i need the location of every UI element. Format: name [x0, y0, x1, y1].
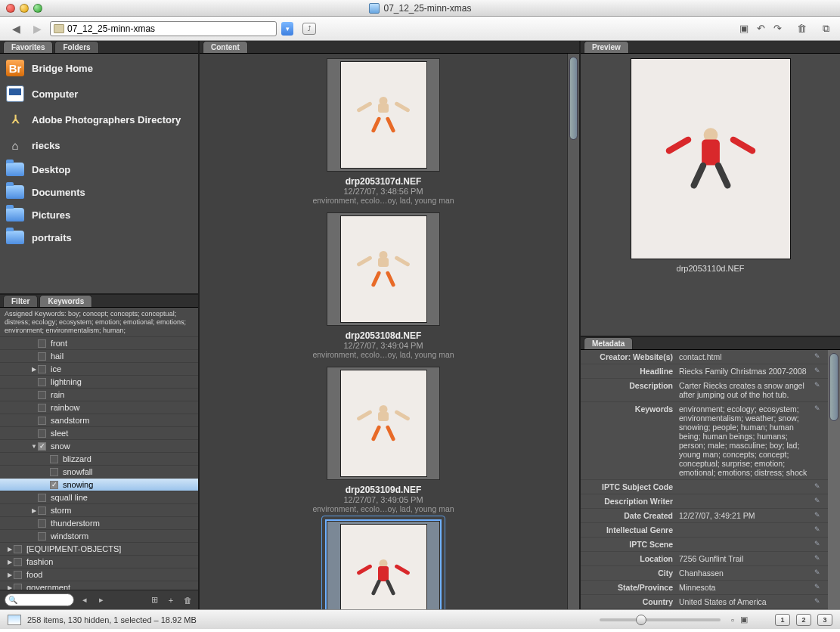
keyword-checkbox[interactable]: [38, 494, 46, 502]
disclosure-arrow-icon[interactable]: ▶: [6, 559, 14, 565]
keyword-row[interactable]: rain: [0, 388, 198, 401]
fav-pictures[interactable]: Pictures: [0, 203, 198, 226]
metadata-row[interactable]: Intellectual Genre✎: [581, 523, 828, 538]
keyword-checkbox[interactable]: ✓: [38, 442, 46, 451]
pencil-icon[interactable]: ✎: [814, 482, 825, 491]
metadata-row[interactable]: IPTC Scene✎: [581, 538, 828, 552]
preview-image[interactable]: [631, 58, 791, 259]
pencil-icon[interactable]: ✎: [814, 352, 825, 361]
keyword-checkbox[interactable]: [38, 532, 46, 541]
metadata-row[interactable]: Description Writer✎: [581, 494, 828, 509]
back-button[interactable]: ◀: [8, 22, 24, 36]
keyword-row[interactable]: lightning: [0, 375, 198, 388]
disclosure-arrow-icon[interactable]: ▶: [6, 546, 14, 553]
keyword-checkbox[interactable]: [14, 545, 22, 553]
statusbar-thumbnail-icon[interactable]: [8, 615, 21, 625]
pencil-icon[interactable]: ✎: [814, 554, 825, 563]
pencil-icon[interactable]: ✎: [814, 367, 825, 376]
next-keyword-icon[interactable]: ▸: [95, 594, 107, 606]
keyword-checkbox[interactable]: [50, 468, 58, 476]
keyword-row[interactable]: squall line: [0, 491, 198, 503]
thumbnail-cell[interactable]: drp2053109d.NEF12/27/07, 3:49:05 PMenvir…: [301, 367, 466, 513]
thumbnail-cell[interactable]: drp2053108d.NEF12/27/07, 3:49:04 PMenvir…: [301, 212, 466, 359]
keyword-row[interactable]: ▶storm: [0, 503, 198, 516]
pencil-icon[interactable]: ✎: [814, 404, 825, 477]
workspace-1-button[interactable]: 1: [775, 614, 790, 626]
rotate-ccw-icon[interactable]: ↶: [754, 23, 767, 35]
path-dropdown[interactable]: ▾: [281, 22, 293, 36]
metadata-row[interactable]: DescriptionCarter Riecks creates a snow …: [581, 379, 828, 402]
keyword-row[interactable]: ▶ice: [0, 362, 198, 375]
keyword-checkbox[interactable]: [38, 519, 46, 528]
disclosure-arrow-icon[interactable]: ▶: [6, 572, 14, 578]
keyword-checkbox[interactable]: [38, 378, 46, 386]
grid-large-icon[interactable]: ▣: [740, 615, 748, 624]
pencil-icon[interactable]: ✎: [814, 497, 825, 506]
new-keyword-icon[interactable]: +: [165, 594, 177, 606]
keyword-row[interactable]: ▶[EQUIPMENT-OBJECTS]: [0, 542, 198, 555]
keyword-checkbox[interactable]: [38, 507, 46, 515]
keyword-tree[interactable]: fronthail▶icelightningrainrainbowsandsto…: [0, 336, 198, 590]
tab-preview[interactable]: Preview: [584, 41, 629, 53]
rotate-cw-icon[interactable]: ↷: [770, 23, 784, 35]
keyword-row[interactable]: front: [0, 336, 198, 349]
keyword-row[interactable]: thunderstorm: [0, 516, 198, 529]
compact-mode-icon[interactable]: ⧉: [819, 23, 832, 35]
metadata-row[interactable]: State/ProvinceMinnesota✎: [581, 581, 828, 595]
metadata-row[interactable]: CityChanhassen✎: [581, 566, 828, 581]
keyword-row[interactable]: ▶fashion: [0, 555, 198, 568]
trash-icon[interactable]: 🗑: [795, 23, 808, 35]
keyword-checkbox[interactable]: [38, 339, 46, 348]
tab-metadata[interactable]: Metadata: [584, 337, 633, 349]
keyword-row[interactable]: blizzard: [0, 452, 198, 465]
pencil-icon[interactable]: ✎: [814, 568, 825, 578]
close-button[interactable]: [6, 4, 15, 13]
keyword-checkbox[interactable]: ✓: [50, 481, 58, 489]
keyword-row[interactable]: sleet: [0, 426, 198, 439]
fav-portraits[interactable]: portraits: [0, 226, 198, 249]
keyword-checkbox[interactable]: [38, 404, 46, 412]
fav-bridge-home[interactable]: BrBridge Home: [0, 55, 198, 81]
fav-adobe-photo-dir[interactable]: ⅄Adobe Photographers Directory: [0, 107, 198, 132]
metadata-row[interactable]: CountryUnited States of America✎: [581, 595, 828, 609]
keyword-row[interactable]: windstorm: [0, 529, 198, 542]
keyword-checkbox[interactable]: [38, 352, 46, 361]
keyword-checkbox[interactable]: [14, 571, 22, 579]
metadata-scrollbar[interactable]: [828, 350, 840, 610]
metadata-row[interactable]: Keywordsenvironment; ecology; ecosystem;…: [581, 402, 828, 480]
keyword-row[interactable]: snowfall: [0, 465, 198, 478]
fav-riecks[interactable]: ⌂riecks: [0, 132, 198, 158]
keyword-checkbox[interactable]: [14, 584, 22, 590]
tab-favorites[interactable]: Favorites: [3, 41, 53, 53]
tab-keywords[interactable]: Keywords: [39, 295, 92, 307]
go-up-button[interactable]: ⤴: [302, 23, 316, 35]
tab-folders[interactable]: Folders: [54, 41, 98, 53]
keyword-row[interactable]: ▼✓snow: [0, 439, 198, 452]
pencil-icon[interactable]: ✎: [814, 381, 825, 399]
fav-documents[interactable]: Documents: [0, 181, 198, 203]
content-scrollbar[interactable]: [567, 54, 579, 609]
keyword-checkbox[interactable]: [38, 429, 46, 438]
disclosure-arrow-icon[interactable]: ▶: [30, 507, 38, 514]
disclosure-arrow-icon[interactable]: ▼: [30, 443, 38, 450]
keyword-row[interactable]: sandstorm: [0, 414, 198, 426]
workspace-2-button[interactable]: 2: [796, 614, 811, 626]
metadata-row[interactable]: IPTC Subject Code✎: [581, 480, 828, 494]
keyword-row[interactable]: hail: [0, 349, 198, 362]
keyword-checkbox[interactable]: [50, 455, 58, 463]
metadata-row[interactable]: HeadlineRiecks Family Christmas 2007-200…: [581, 364, 828, 379]
thumbnail-cell[interactable]: ★★★ · ·drp2053110d.NEF12/27/07, 3:49:21 …: [301, 521, 466, 609]
disclosure-arrow-icon[interactable]: ▶: [6, 584, 14, 590]
keyword-row[interactable]: ▶food: [0, 568, 198, 581]
tab-filter[interactable]: Filter: [3, 295, 38, 307]
keyword-row[interactable]: ✓snowing: [0, 478, 198, 491]
metadata-row[interactable]: Date Created12/27/07, 3:49:21 PM✎: [581, 509, 828, 523]
fav-computer[interactable]: Computer: [0, 81, 198, 107]
keyword-search-input[interactable]: 🔍: [5, 593, 74, 606]
keyword-checkbox[interactable]: [38, 417, 46, 425]
metadata-row[interactable]: Creator: Website(s)contact.html✎: [581, 350, 828, 364]
keyword-checkbox[interactable]: [14, 558, 22, 566]
pencil-icon[interactable]: ✎: [814, 597, 825, 606]
metadata-row[interactable]: Location7256 Gunflint Trail✎: [581, 552, 828, 566]
thumbnail-cell[interactable]: drp2053107d.NEF12/27/07, 3:48:56 PMenvir…: [301, 58, 466, 205]
